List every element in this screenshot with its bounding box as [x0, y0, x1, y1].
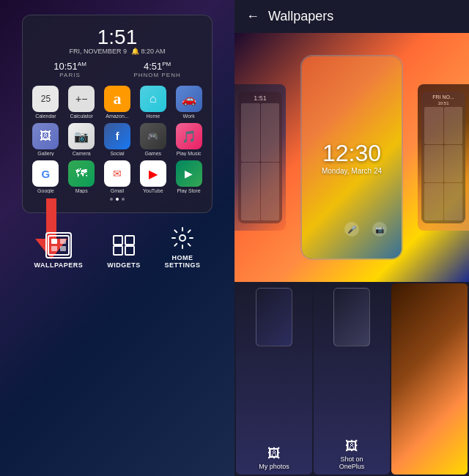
app-games[interactable]: 🎮 Games — [137, 123, 169, 156]
svg-rect-3 — [51, 246, 57, 251]
app-calculator[interactable]: +− Calculator — [66, 86, 97, 119]
mini-icon-r1 — [424, 107, 443, 144]
google-label: Google — [31, 188, 60, 193]
svg-rect-6 — [125, 236, 134, 245]
mini-icon-r2 — [444, 107, 463, 144]
mini-icon-3 — [241, 163, 260, 221]
side-phone-screen-right: FRI NO... 10:51 — [421, 92, 465, 223]
mini-icon-r4 — [444, 145, 463, 182]
wallpaper3-bg — [391, 283, 468, 475]
phnompenh-time: 4:51PM — [133, 61, 180, 72]
work-label: Work — [174, 114, 204, 119]
thumbnail-shot-oneplus[interactable]: 🖼 Shot on OnePlus — [314, 283, 390, 475]
my-photos-phone-mini — [256, 288, 292, 346]
app-work[interactable]: 🚗 Work — [173, 86, 204, 119]
app-social[interactable]: f Social — [102, 123, 133, 156]
side-mini-grid-right — [424, 107, 462, 220]
gmail-icon: ✉ — [104, 160, 130, 187]
app-play-music[interactable]: 🎵 Play Music — [173, 123, 204, 156]
mini-icon-r3 — [424, 145, 443, 182]
thumbnail-wallpaper3[interactable] — [391, 283, 468, 475]
paris-time: 10:51AM — [53, 61, 86, 72]
preview-time: 12:30 — [322, 140, 381, 167]
play-store-icon: ▶ — [176, 160, 202, 187]
gallery-icon: 🖼 — [32, 123, 59, 149]
preview-camera-icon: 📷 — [372, 222, 387, 237]
maps-icon: 🗺 — [68, 160, 95, 187]
youtube-icon: ▶ — [140, 160, 166, 187]
app-youtube[interactable]: ▶ YouTube — [137, 160, 169, 193]
thumbnail-my-photos[interactable]: 🖼 My photos — [236, 283, 312, 475]
side-preview-left: 1:51 — [234, 84, 286, 231]
mini-icon-r6 — [444, 183, 463, 220]
wallpaper-thumbnails: 🖼 My photos 🖼 Shot on OnePlus — [234, 282, 469, 476]
gallery-label: Gallery — [31, 151, 60, 156]
main-clock: 1:51 — [30, 27, 204, 48]
app-play-store[interactable]: ▶ Play Store — [173, 160, 204, 193]
preview-date: Monday, March 24 — [322, 167, 382, 175]
home-settings-button[interactable]: HOME SETTINGS — [165, 225, 201, 269]
app-amazon[interactable]: a Amazon... — [102, 86, 133, 119]
mini-icon-4 — [261, 163, 280, 221]
my-photos-label: My photos — [259, 463, 289, 470]
date-alarm-row: FRI, NOVEMBER 9 🔔 8:20 AM — [30, 48, 204, 55]
widgets-button[interactable]: WIDGETS — [107, 232, 141, 269]
camera-icon: 📷 — [68, 123, 95, 149]
phnompenh-city: PHNOM PENH — [133, 72, 180, 78]
calculator-icon: +− — [68, 86, 95, 112]
mini-icon-1 — [241, 103, 260, 162]
app-google[interactable]: G Google — [30, 160, 62, 193]
main-wallpaper-preview[interactable]: 1:51 12:30 Monday, March 24 🎤 📷 FRI NO..… — [234, 33, 469, 282]
svg-rect-2 — [60, 239, 66, 244]
back-button[interactable]: ← — [246, 9, 259, 24]
left-panel: 1:51 FRI, NOVEMBER 9 🔔 8:20 AM 10:51AM P… — [0, 0, 234, 476]
side-mini-time: 1:51 — [241, 94, 279, 102]
app-home[interactable]: ⌂ Home — [137, 86, 169, 119]
app-maps[interactable]: 🗺 Maps — [66, 160, 97, 193]
side-preview-right: FRI NO... 10:51 — [418, 84, 469, 231]
side-phone-screen-left: 1:51 — [238, 92, 282, 223]
app-camera[interactable]: 📷 Camera — [66, 123, 97, 156]
widgets-icon — [111, 232, 137, 259]
play-store-label: Play Store — [174, 188, 204, 193]
app-grid-row2: 🖼 Gallery 📷 Camera f Social 🎮 Games 🎵 Pl… — [30, 123, 204, 156]
date-text: FRI, NOVEMBER 9 — [69, 48, 127, 55]
phnompenh-ampm: PM — [162, 61, 171, 67]
paris-ampm: AM — [78, 61, 86, 67]
play-music-label: Play Music — [174, 151, 204, 156]
camera-label: Camera — [67, 151, 96, 156]
play-music-icon: 🎵 — [176, 123, 202, 149]
svg-point-9 — [180, 235, 185, 241]
dot-3 — [122, 198, 125, 201]
app-gallery[interactable]: 🖼 Gallery — [30, 123, 62, 156]
calculator-label: Calculator — [67, 114, 96, 119]
paris-city: PARIS — [53, 72, 86, 78]
home-settings-label: HOME SETTINGS — [165, 254, 201, 269]
svg-rect-7 — [114, 246, 122, 255]
calendar-icon: 25 — [32, 86, 59, 112]
phone-screen: 1:51 FRI, NOVEMBER 9 🔔 8:20 AM 10:51AM P… — [22, 15, 213, 213]
side-mini-grid — [241, 103, 279, 220]
amazon-icon: a — [104, 86, 130, 112]
svg-rect-5 — [114, 236, 122, 245]
wallpapers-page-title: Wallpapers — [268, 9, 333, 24]
app-grid-row1: 25 Calendar +− Calculator a Amazon... ⌂ … — [30, 86, 204, 119]
work-icon: 🚗 — [176, 86, 202, 112]
social-icon: f — [104, 123, 130, 149]
svg-rect-0 — [48, 236, 69, 255]
app-gmail[interactable]: ✉ Gmail — [102, 160, 133, 193]
clock-paris: 10:51AM PARIS — [53, 61, 86, 78]
shot-oneplus-icon: 🖼 — [345, 439, 358, 454]
google-icon: G — [32, 160, 59, 187]
home-settings-icon — [169, 225, 196, 251]
maps-label: Maps — [67, 188, 96, 193]
calendar-label: Calendar — [31, 114, 60, 119]
home-icon: ⌂ — [140, 86, 166, 112]
alarm-text: 🔔 8:20 AM — [131, 48, 166, 55]
svg-rect-8 — [125, 246, 134, 255]
clock-phnompenh: 4:51PM PHNOM PENH — [133, 61, 180, 78]
wallpapers-button[interactable]: WALLPAPERS — [34, 232, 83, 269]
svg-rect-4 — [60, 246, 66, 251]
app-grid-row3: G Google 🗺 Maps ✉ Gmail ▶ YouTube ▶ Play… — [30, 160, 204, 193]
app-calendar[interactable]: 25 Calendar — [30, 86, 62, 119]
